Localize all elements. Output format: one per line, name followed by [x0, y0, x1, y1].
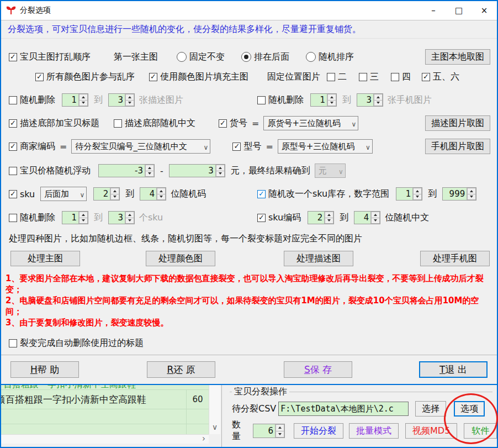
checkbox-desc-bottom-random-cn[interactable]: 描述底部随机中文: [114, 118, 195, 129]
exit-button[interactable]: T退 出: [419, 361, 488, 378]
spinner-arrows[interactable]: [78, 94, 88, 106]
checkbox-desc-bottom-title[interactable]: 描述底部加宝贝标题: [9, 118, 99, 129]
spinner-arrows[interactable]: [125, 212, 134, 224]
checkbox-auto-delete-titles[interactable]: 裂变完成自动删除使用过的标题: [9, 338, 144, 349]
table-row[interactable]: 颁百搭粗跟一字扣小清新中空高跟鞋 60: [1, 390, 209, 409]
spin-down-icon[interactable]: [216, 171, 225, 177]
spin-up-icon[interactable]: [216, 165, 225, 171]
dropdown-huohao[interactable]: 原货号+三位随机码: [263, 116, 358, 130]
checkbox-huohao[interactable]: 货号: [219, 118, 247, 129]
checkbox-merchant-code[interactable]: 商家编码: [9, 141, 55, 152]
spinner-delete-phone-from[interactable]: 1: [310, 93, 337, 107]
spinner-del-sku-from[interactable]: 1: [62, 211, 88, 224]
spin-down-icon[interactable]: [79, 100, 88, 107]
spinner-sku-code-from[interactable]: 2: [308, 211, 334, 224]
checkbox-random-delete-phone-images[interactable]: 随机删除: [257, 94, 304, 106]
spin-up-icon[interactable]: [145, 165, 154, 171]
desc-image-fetch-button[interactable]: 描述图片取图: [425, 115, 490, 131]
spin-up-icon[interactable]: [413, 188, 422, 194]
vertical-scrollbar[interactable]: ∨: [209, 385, 220, 434]
spinner-price-from[interactable]: -3: [98, 164, 155, 177]
restore-button[interactable]: R还 原: [147, 361, 215, 378]
spin-up-icon[interactable]: [371, 212, 380, 218]
spin-down-icon[interactable]: [125, 100, 134, 107]
maximize-button[interactable]: □: [446, 1, 471, 20]
spinner-arrows[interactable]: [467, 188, 476, 200]
scroll-down-icon[interactable]: ∨: [209, 423, 220, 431]
spinner-arrows[interactable]: [412, 188, 422, 200]
checkbox-shuffle-main-images[interactable]: 宝贝主图打乱顺序: [9, 51, 91, 63]
spin-down-icon[interactable]: [276, 431, 284, 438]
radio-place-after[interactable]: 排在后面: [241, 51, 289, 63]
spinner-arrows[interactable]: [373, 94, 383, 106]
spin-down-icon[interactable]: [110, 194, 119, 201]
spin-up-icon[interactable]: [125, 212, 134, 218]
radio-fixed[interactable]: 固定不变: [177, 51, 225, 63]
spin-up-icon[interactable]: [467, 188, 476, 194]
phone-image-fetch-button[interactable]: 手机图片取图: [425, 139, 490, 154]
title-bar[interactable]: 分裂选项 – □ ×: [1, 1, 497, 20]
spin-down-icon[interactable]: [157, 194, 166, 201]
spin-up-icon[interactable]: [157, 188, 166, 194]
spin-down-icon[interactable]: [327, 100, 336, 107]
spin-up-icon[interactable]: [110, 188, 119, 194]
select-csv-button[interactable]: 选择: [415, 401, 446, 417]
dropdown-sku-mode[interactable]: 后面加: [40, 187, 87, 201]
spinner-delete-desc-to[interactable]: 3: [108, 93, 135, 107]
spinner-quantity[interactable]: 6: [253, 424, 285, 438]
spin-up-icon[interactable]: [327, 94, 336, 100]
spin-up-icon[interactable]: [276, 424, 284, 431]
checkbox-random-delete-desc-images[interactable]: 随机删除: [9, 94, 55, 106]
dropdown-model[interactable]: 原型号+三位随机码: [278, 139, 373, 154]
spin-down-icon[interactable]: [371, 218, 380, 224]
checkbox-all-color-images[interactable]: 所有颜色图片参与乱序: [35, 71, 135, 83]
table-row-empty[interactable]: [1, 424, 209, 434]
spinner-stock-from[interactable]: 1: [396, 187, 422, 201]
process-main-image-button[interactable]: 处理主图: [10, 251, 80, 266]
checkbox-sku-code[interactable]: sku编码: [257, 212, 301, 224]
save-button[interactable]: S保 存: [284, 361, 352, 378]
spin-up-icon[interactable]: [325, 212, 333, 218]
spinner-delete-desc-from[interactable]: 1: [62, 93, 88, 107]
checkbox-pos-3[interactable]: 三: [359, 71, 379, 83]
spinner-sku-to[interactable]: 4: [140, 187, 166, 201]
spin-up-icon[interactable]: [79, 94, 88, 100]
product-table[interactable]: 百搭粗跟一字扣小清新中空高跟鞋 颁百搭粗跟一字扣小清新中空高跟鞋 60: [1, 385, 209, 434]
spin-down-icon[interactable]: [125, 218, 134, 224]
horizontal-scrollbar[interactable]: ›: [1, 434, 209, 444]
spinner-sku-code-to[interactable]: 4: [354, 211, 380, 224]
spinner-arrows[interactable]: [110, 188, 119, 200]
spinner-arrows[interactable]: [370, 212, 380, 224]
spinner-stock-to[interactable]: 999: [442, 187, 476, 201]
checkbox-sku-stock[interactable]: 随机改一个sku库存，数字范围: [257, 188, 389, 200]
spinner-sku-from[interactable]: 2: [93, 187, 120, 201]
csv-path-input[interactable]: F:\TestData\本地图片\2.c: [278, 402, 409, 416]
spinner-arrows[interactable]: [156, 188, 166, 200]
spinner-arrows[interactable]: [78, 212, 88, 224]
spin-up-icon[interactable]: [125, 94, 134, 100]
table-row-empty[interactable]: [1, 409, 209, 424]
spinner-delete-phone-to[interactable]: 3: [357, 93, 383, 107]
checkbox-model[interactable]: 型号: [232, 141, 261, 152]
spin-down-icon[interactable]: [325, 218, 333, 224]
spinner-arrows[interactable]: [145, 165, 154, 177]
spinner-arrows[interactable]: [324, 212, 333, 224]
checkbox-pos-4[interactable]: 四: [391, 71, 411, 83]
spin-down-icon[interactable]: [374, 100, 383, 107]
process-color-image-button[interactable]: 处理颜色图: [146, 251, 215, 266]
checkbox-pos-2[interactable]: 二: [327, 71, 347, 83]
spinner-arrows[interactable]: [275, 424, 284, 438]
spin-down-icon[interactable]: [145, 171, 154, 177]
help-button[interactable]: H帮 助: [10, 361, 79, 378]
main-image-local-fetch-button[interactable]: 主图本地取图: [425, 49, 490, 65]
process-desc-image-button[interactable]: 处理描述图: [284, 251, 353, 266]
spin-up-icon[interactable]: [374, 94, 383, 100]
process-phone-image-button[interactable]: 处理手机图: [420, 251, 490, 266]
checkbox-fill-main-with-color[interactable]: 使用颜色图片填充主图: [149, 71, 248, 83]
start-split-button[interactable]: 开始分裂: [294, 423, 343, 439]
spinner-arrows[interactable]: [215, 165, 225, 177]
spinner-arrows[interactable]: [327, 94, 336, 106]
checkbox-pos-5-6[interactable]: 五、六: [422, 71, 459, 83]
minimize-button[interactable]: –: [421, 1, 446, 20]
radio-random-order[interactable]: 随机排序: [306, 51, 354, 63]
